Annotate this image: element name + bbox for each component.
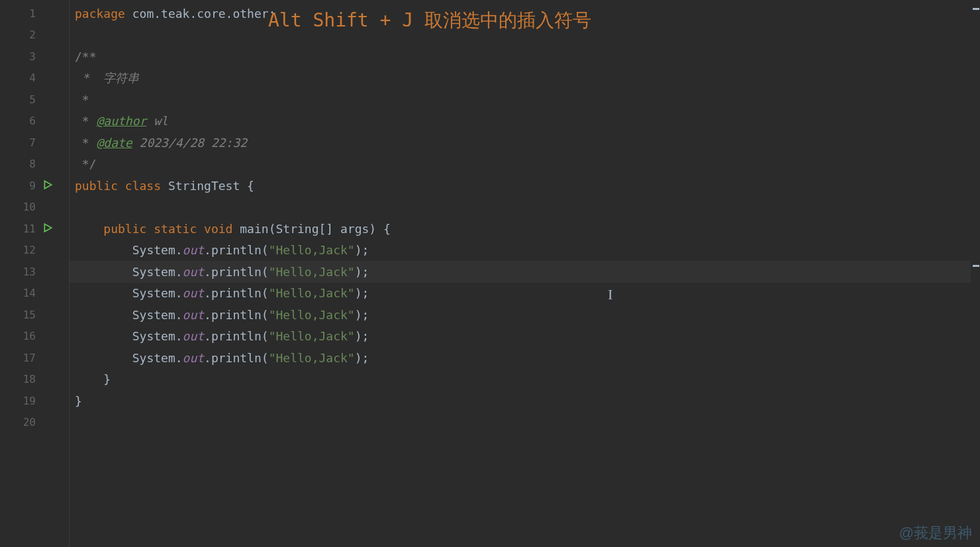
line-number-row[interactable]: 9 — [0, 175, 69, 197]
line-number: 10 — [23, 201, 36, 213]
line-number: 5 — [29, 93, 36, 106]
code-line-current[interactable]: System.out.println("Hello,Jack"); — [70, 261, 980, 283]
line-number-row[interactable]: 3 — [0, 46, 69, 68]
line-number: 16 — [23, 330, 36, 342]
keyword: static — [154, 222, 204, 236]
out-field: out — [183, 351, 205, 365]
line-number-row[interactable]: 13 — [0, 261, 69, 283]
line-number-row[interactable]: 1 — [0, 3, 69, 25]
string-literal: "Hello,Jack" — [269, 265, 355, 279]
code-line[interactable]: System.out.println("Hello,Jack"); — [75, 347, 980, 369]
line-number-row[interactable]: 19 — [0, 390, 69, 412]
line-number: 19 — [23, 395, 36, 407]
run-icon[interactable] — [43, 180, 52, 191]
line-number-row[interactable]: 2 — [0, 25, 69, 46]
brace: } — [103, 372, 111, 386]
line-number-row[interactable]: 6 — [0, 111, 69, 132]
line-number-row[interactable]: 17 — [0, 347, 69, 369]
gutter: 1 2 3 4 5 6 7 8 9 10 11 12 13 14 15 16 1… — [0, 0, 70, 547]
code-line[interactable]: System.out.println("Hello,Jack"); — [75, 283, 980, 305]
code-line[interactable]: System.out.println("Hello,Jack"); — [75, 304, 980, 326]
keyword: package — [75, 7, 132, 21]
scroll-marker — [973, 265, 979, 267]
code-editor[interactable]: 1 2 3 4 5 6 7 8 9 10 11 12 13 14 15 16 1… — [0, 0, 980, 547]
scroll-marker — [973, 8, 979, 10]
system: System. — [132, 329, 183, 343]
line-number-row[interactable]: 16 — [0, 326, 69, 348]
scrollbar[interactable] — [971, 0, 980, 547]
code-line[interactable]: public static void main(String[] args) { — [75, 218, 980, 240]
semicolon: ; — [362, 351, 369, 365]
line-number-row[interactable]: 15 — [0, 304, 69, 326]
code-line[interactable]: System.out.println("Hello,Jack"); — [75, 326, 980, 348]
code-line[interactable]: public class StringTest { — [75, 175, 980, 197]
code-line[interactable]: } — [75, 369, 980, 391]
line-number: 9 — [29, 179, 36, 192]
line-number: 12 — [23, 244, 36, 256]
shortcut-overlay: Alt Shift + J 取消选中的插入符号 — [268, 8, 591, 33]
line-number: 20 — [23, 416, 36, 428]
string-literal: "Hello,Jack" — [269, 243, 355, 257]
run-icon[interactable] — [43, 223, 52, 234]
indent — [75, 329, 132, 343]
line-number-row[interactable]: 7 — [0, 132, 69, 154]
line-number: 4 — [29, 72, 36, 84]
line-number: 17 — [23, 352, 36, 364]
code-area[interactable]: package com.teak.core.other; /** * 字符串 *… — [70, 0, 980, 547]
doc-tag: @date — [97, 136, 132, 150]
line-number: 6 — [29, 115, 36, 127]
code-line[interactable]: System.out.println("Hello,Jack"); — [75, 240, 980, 262]
line-number: 15 — [23, 309, 36, 321]
system: System. — [132, 286, 183, 300]
code-line[interactable] — [75, 197, 980, 219]
line-number: 3 — [29, 50, 36, 63]
system: System. — [132, 351, 183, 365]
doc-comment: * — [75, 136, 97, 150]
brace: } — [75, 394, 82, 408]
method-name: main — [240, 222, 268, 236]
line-number-row[interactable]: 20 — [0, 412, 69, 434]
println: .println( — [204, 351, 269, 365]
println: .println( — [204, 243, 269, 257]
brace: { — [247, 179, 254, 193]
indent — [75, 286, 132, 300]
doc-comment: */ — [75, 157, 97, 171]
doc-comment: * — [75, 93, 89, 107]
println: .println( — [204, 308, 269, 322]
code-line[interactable]: * 字符串 — [75, 68, 980, 89]
line-number: 2 — [29, 28, 36, 41]
semicolon: ; — [362, 286, 369, 300]
code-line[interactable]: /** — [75, 46, 980, 68]
doc-tag: @author — [97, 114, 147, 128]
line-number-row[interactable]: 11 — [0, 218, 69, 240]
line-number: 13 — [23, 266, 36, 278]
package-name: com.teak.core.other — [132, 7, 269, 21]
indent — [75, 243, 132, 257]
line-number-row[interactable]: 12 — [0, 240, 69, 262]
keyword: class — [125, 179, 168, 193]
code-line[interactable]: */ — [75, 154, 980, 175]
line-number-row[interactable]: 18 — [0, 369, 69, 391]
line-number-row[interactable]: 10 — [0, 197, 69, 219]
string-literal: "Hello,Jack" — [269, 351, 355, 365]
class-name: StringTest — [168, 179, 247, 193]
close: ) — [355, 286, 362, 300]
close: ) — [355, 329, 362, 343]
indent — [75, 308, 132, 322]
indent — [75, 351, 132, 365]
code-line[interactable]: } — [75, 390, 980, 412]
code-line[interactable]: * @date 2023/4/28 22:32 — [75, 132, 980, 154]
out-field: out — [183, 265, 205, 279]
line-number-row[interactable]: 5 — [0, 89, 69, 111]
out-field: out — [183, 308, 205, 322]
line-number-row[interactable]: 4 — [0, 68, 69, 89]
code-line[interactable] — [75, 412, 980, 434]
out-field: out — [183, 286, 205, 300]
line-number-row[interactable]: 8 — [0, 154, 69, 175]
code-line[interactable]: * — [75, 89, 980, 111]
line-number: 18 — [23, 373, 36, 385]
line-number: 1 — [29, 7, 36, 20]
indent — [75, 265, 132, 279]
line-number-row[interactable]: 14 — [0, 283, 69, 305]
code-line[interactable]: * @author wl — [75, 111, 980, 132]
